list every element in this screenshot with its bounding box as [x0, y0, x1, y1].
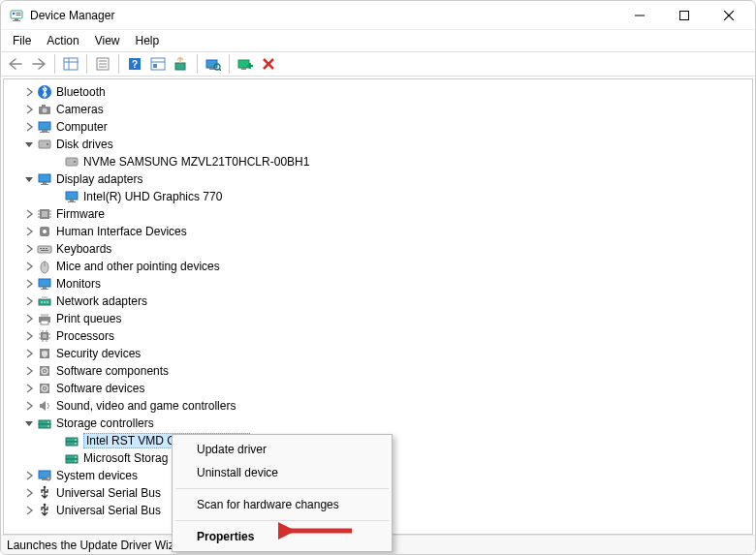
forward-button[interactable] — [28, 53, 49, 75]
svg-rect-59 — [40, 248, 42, 249]
chevron-right-icon[interactable] — [23, 400, 35, 412]
svg-rect-77 — [43, 334, 47, 338]
chevron-right-icon[interactable] — [23, 487, 35, 499]
svg-rect-4 — [16, 13, 21, 14]
tree-node-label[interactable]: Security devices — [56, 347, 141, 360]
tree-node[interactable]: Keyboards — [6, 240, 750, 258]
menu-bar: File Action View Help — [1, 30, 755, 51]
chevron-right-icon[interactable] — [23, 365, 35, 377]
back-button[interactable] — [5, 53, 26, 75]
computer-icon — [37, 119, 52, 135]
tree-node[interactable]: Microsoft Storag — [48, 449, 750, 467]
tree-node[interactable]: Security devices — [6, 345, 750, 362]
tree-node-label[interactable]: NVMe SAMSUNG MZVL21T0HCLR-00BH1 — [83, 155, 309, 169]
help-button[interactable]: ? — [124, 53, 145, 75]
chevron-down-icon[interactable] — [23, 139, 35, 150]
tree-node[interactable]: Processors — [6, 327, 750, 345]
chevron-right-icon[interactable] — [23, 505, 35, 516]
usb-icon — [37, 503, 52, 518]
tree-node[interactable]: Monitors — [6, 275, 750, 293]
tree-node[interactable]: Intel(R) UHD Graphics 770 — [48, 188, 750, 205]
chevron-right-icon[interactable] — [23, 261, 35, 272]
tree-node[interactable]: Intel RST VMD Controller 467F — [48, 432, 750, 449]
tree-node-label[interactable]: Software devices — [56, 382, 144, 395]
chevron-right-icon[interactable] — [23, 295, 35, 307]
tree-node-label[interactable]: Network adapters — [56, 294, 147, 308]
disk-icon — [64, 154, 79, 170]
tree-node-label[interactable]: Mice and other pointing devices — [56, 260, 220, 273]
tree-node-label[interactable]: Monitors — [56, 277, 101, 291]
tree-node-label[interactable]: Processors — [56, 329, 114, 343]
tree-node[interactable]: Disk drives — [6, 136, 750, 153]
tree-node[interactable]: Human Interface Devices — [6, 223, 750, 240]
tree-node-label[interactable]: System devices — [56, 469, 138, 482]
menu-action[interactable]: Action — [39, 32, 86, 49]
menu-view[interactable]: View — [87, 32, 128, 49]
chevron-right-icon[interactable] — [23, 86, 35, 98]
tree-node-label[interactable]: Display adapters — [56, 172, 142, 186]
tree-node[interactable]: Bluetooth — [6, 83, 750, 101]
scan-hardware-button[interactable] — [203, 53, 224, 75]
chevron-right-icon[interactable] — [23, 104, 35, 115]
tree-node[interactable]: Display adapters — [6, 170, 750, 188]
chevron-down-icon[interactable] — [23, 417, 35, 429]
ctx-properties[interactable]: Properties — [173, 525, 391, 548]
tree-node[interactable]: Print queues — [6, 310, 750, 327]
tree-node-label[interactable]: Print queues — [56, 312, 121, 325]
svg-point-109 — [44, 486, 47, 489]
tree-node[interactable]: NVMe SAMSUNG MZVL21T0HCLR-00BH1 — [48, 153, 750, 170]
tree-node[interactable]: Mice and other pointing devices — [6, 258, 750, 275]
tree-node-label[interactable]: Disk drives — [56, 138, 113, 151]
tree-node-label[interactable]: Universal Serial Bus — [56, 504, 161, 517]
chevron-right-icon[interactable] — [23, 348, 35, 359]
tree-node[interactable]: Storage controllers — [6, 415, 750, 432]
tree-node-label[interactable]: Cameras — [56, 103, 104, 116]
ctx-scan-hardware[interactable]: Scan for hardware changes — [173, 493, 391, 516]
tree-node[interactable]: Cameras — [6, 101, 750, 118]
ctx-update-driver[interactable]: Update driver — [173, 438, 391, 461]
chevron-right-icon[interactable] — [23, 383, 35, 394]
chevron-right-icon[interactable] — [23, 243, 35, 255]
tree-node-label[interactable]: Computer — [56, 120, 108, 134]
properties-button[interactable] — [92, 53, 113, 75]
update-driver-button[interactable] — [171, 53, 192, 75]
chevron-right-icon[interactable] — [23, 313, 35, 324]
menu-file[interactable]: File — [5, 32, 39, 49]
tree-node-label[interactable]: Bluetooth — [56, 85, 106, 99]
svg-rect-49 — [42, 211, 47, 217]
maximize-button[interactable] — [662, 1, 707, 30]
tree-node[interactable]: Software components — [6, 362, 750, 380]
tree-node-label[interactable]: Universal Serial Bus — [56, 486, 161, 500]
tree-node[interactable]: Computer — [6, 118, 750, 136]
tree-node-label[interactable]: Software components — [56, 364, 169, 378]
tree-node-label[interactable]: Intel(R) UHD Graphics 770 — [83, 190, 222, 203]
firmware-icon — [37, 206, 52, 222]
close-button[interactable] — [707, 1, 751, 30]
tree-node[interactable]: Network adapters — [6, 293, 750, 310]
ctx-uninstall-device[interactable]: Uninstall device — [173, 461, 391, 484]
tree-node-label[interactable]: Firmware — [56, 207, 105, 221]
menu-help[interactable]: Help — [128, 32, 168, 49]
tree-node[interactable]: Software devices — [6, 380, 750, 397]
chevron-right-icon[interactable] — [23, 470, 35, 481]
tree-node[interactable]: Firmware — [6, 205, 750, 223]
tree-node-label[interactable]: Keyboards — [56, 242, 111, 256]
tree-node-label[interactable]: Microsoft Storag — [83, 451, 168, 465]
tree-node-label[interactable]: Human Interface Devices — [56, 225, 187, 238]
chevron-down-icon[interactable] — [23, 173, 35, 185]
uninstall-device-button[interactable] — [258, 53, 279, 75]
action-menu-button[interactable] — [147, 53, 169, 75]
chevron-right-icon[interactable] — [23, 208, 35, 220]
chevron-right-icon[interactable] — [23, 121, 35, 133]
chevron-right-icon[interactable] — [23, 226, 35, 237]
chevron-right-icon[interactable] — [23, 330, 35, 342]
svg-rect-37 — [40, 132, 49, 133]
tree-node[interactable]: Sound, video and game controllers — [6, 397, 750, 415]
show-hide-tree-button[interactable] — [60, 53, 81, 75]
add-legacy-hardware-button[interactable] — [235, 53, 256, 75]
tree-node-label[interactable]: Storage controllers — [56, 416, 154, 430]
chevron-right-icon[interactable] — [23, 278, 35, 290]
minimize-button[interactable] — [617, 1, 662, 30]
svg-point-57 — [43, 230, 47, 233]
tree-node-label[interactable]: Sound, video and game controllers — [56, 399, 236, 413]
